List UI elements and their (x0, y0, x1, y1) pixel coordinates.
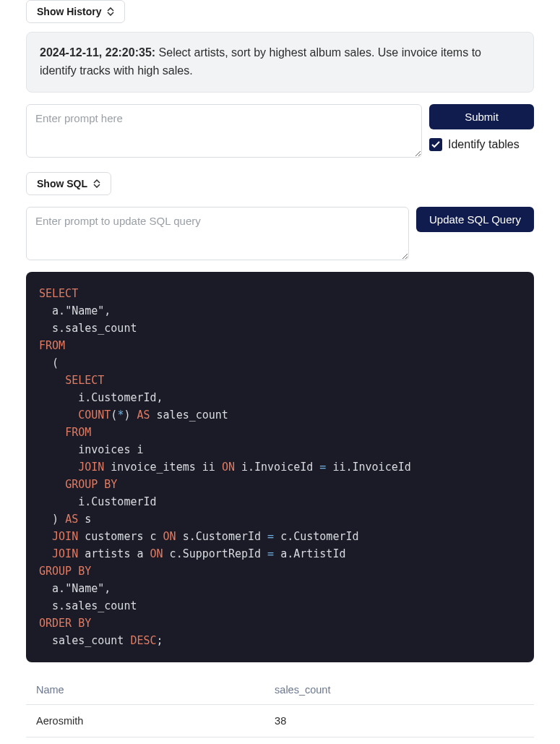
show-history-button[interactable]: Show History (26, 0, 125, 23)
show-history-label: Show History (37, 6, 101, 17)
submit-button[interactable]: Submit (429, 104, 534, 129)
identify-tables-checkbox[interactable] (429, 138, 442, 151)
update-sql-input[interactable] (26, 207, 409, 260)
sort-icon (93, 179, 100, 188)
show-sql-button[interactable]: Show SQL (26, 172, 111, 195)
sql-code-block: SELECT a."Name", s.sales_count FROM ( SE… (26, 272, 534, 662)
cell-sales: 38 (264, 704, 534, 737)
history-entry: 2024-12-11, 22:20:35: Select artists, so… (26, 32, 534, 93)
column-header[interactable]: Name (26, 675, 264, 705)
show-sql-label: Show SQL (37, 178, 87, 189)
history-timestamp: 2024-12-11, 22:20:35: (40, 46, 155, 59)
results-table: Name sales_count Aerosmith 38 (26, 675, 534, 737)
table-row: Aerosmith 38 (26, 704, 534, 737)
column-header[interactable]: sales_count (264, 675, 534, 705)
cell-name: Aerosmith (26, 704, 264, 737)
identify-tables-row[interactable]: Identify tables (429, 138, 534, 151)
sort-icon (107, 7, 114, 16)
identify-tables-label: Identify tables (448, 138, 520, 151)
update-sql-button[interactable]: Update SQL Query (416, 207, 534, 232)
prompt-input[interactable] (26, 104, 422, 158)
